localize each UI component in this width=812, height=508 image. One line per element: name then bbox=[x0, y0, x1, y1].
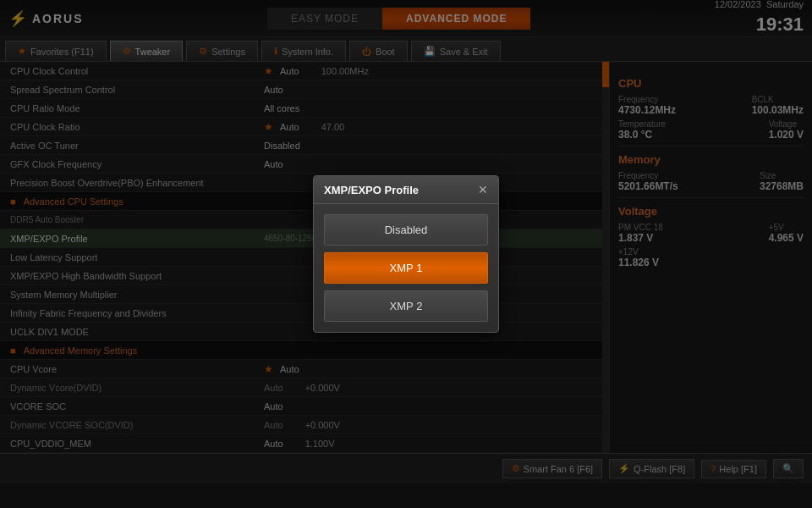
modal-body: Disabled XMP 1 XMP 2 bbox=[314, 204, 498, 332]
modal-title: XMP/EXPO Profile bbox=[324, 184, 419, 196]
modal-overlay[interactable]: XMP/EXPO Profile ✕ Disabled XMP 1 XMP 2 bbox=[0, 0, 812, 508]
modal-option-disabled[interactable]: Disabled bbox=[324, 214, 488, 246]
modal-header: XMP/EXPO Profile ✕ bbox=[314, 176, 498, 204]
modal-option-xmp2[interactable]: XMP 2 bbox=[324, 290, 488, 322]
xmp-expo-modal: XMP/EXPO Profile ✕ Disabled XMP 1 XMP 2 bbox=[313, 175, 499, 333]
modal-option-xmp1[interactable]: XMP 1 bbox=[324, 252, 488, 284]
modal-close-button[interactable]: ✕ bbox=[478, 183, 488, 196]
